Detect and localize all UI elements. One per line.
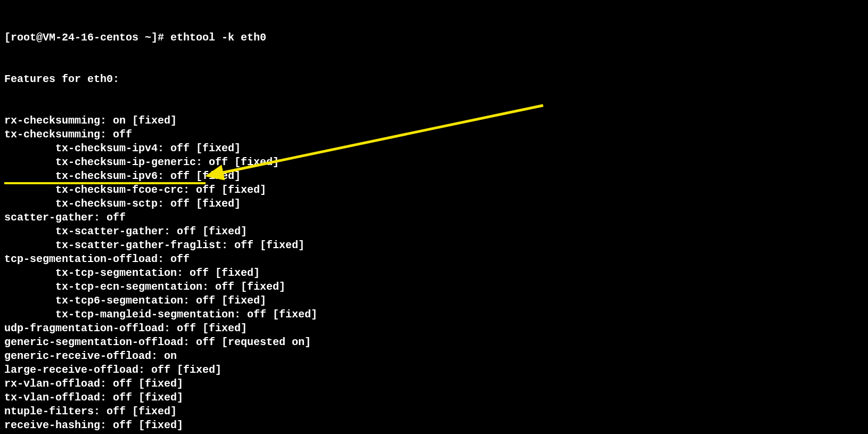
output-line: tx-checksum-ip-generic: off [fixed] <box>4 155 864 169</box>
output-text: udp-fragmentation-offload: off [fixed] <box>4 322 247 334</box>
output-line: receive-hashing: off [fixed] <box>4 419 864 432</box>
output-text: scatter-gather: off <box>4 211 126 224</box>
output-line: large-receive-offload: off [fixed] <box>4 363 864 377</box>
output-line: tx-vlan-offload: off [fixed] <box>4 391 864 405</box>
output-text: tx-checksumming: off <box>4 128 132 141</box>
output-line: rx-vlan-offload: off [fixed] <box>4 377 864 391</box>
output-line: rx-checksumming: on [fixed] <box>4 114 864 128</box>
output-line: tx-tcp-ecn-segmentation: off [fixed] <box>4 280 864 294</box>
prompt-user-host: [root@VM-24-16-centos ~]# <box>4 31 170 44</box>
output-line: tx-scatter-gather: off [fixed] <box>4 225 864 239</box>
output-line: tx-checksum-ipv4: off [fixed] <box>4 142 864 155</box>
output-text: tx-tcp-mangleid-segmentation: off [fixed… <box>55 308 317 321</box>
output-text: tx-scatter-gather-fraglist: off [fixed] <box>55 239 305 251</box>
output-text: generic-receive-offload: on <box>4 350 177 362</box>
output-line: tx-tcp6-segmentation: off [fixed] <box>4 294 864 308</box>
output-text: tx-checksum-ipv4: off [fixed] <box>55 142 241 154</box>
output-line: tx-tcp-mangleid-segmentation: off [fixed… <box>4 308 864 322</box>
output-text: tx-checksum-sctp: off [fixed] <box>55 198 241 210</box>
terminal-output[interactable]: [root@VM-24-16-centos ~]# ethtool -k eth… <box>0 0 868 434</box>
output-text: tx-vlan-offload: off [fixed] <box>4 391 183 404</box>
output-text: tx-tcp-segmentation: off [fixed] <box>55 267 260 279</box>
output-text: tx-tcp-ecn-segmentation: off [fixed] <box>55 281 285 293</box>
output-text: tx-tcp6-segmentation: off [fixed] <box>55 294 266 307</box>
output-line: tx-checksumming: off <box>4 128 864 142</box>
prompt-command: ethtool -k eth0 <box>170 31 266 44</box>
output-line: tcp-segmentation-offload: off <box>4 252 864 266</box>
output-text: ntuple-filters: off [fixed] <box>4 405 177 417</box>
output-text: rx-checksumming: on [fixed] <box>4 114 177 127</box>
output-line: generic-segmentation-offload: off [reque… <box>4 335 864 349</box>
features-header: Features for eth0: <box>4 72 864 86</box>
output-text: tx-checksum-fcoe-crc: off [fixed] <box>55 184 266 196</box>
output-text: generic-segmentation-offload: off [reque… <box>4 336 311 348</box>
output-text: tx-checksum-ip-generic: off [fixed] <box>55 156 279 168</box>
output-line: ntuple-filters: off [fixed] <box>4 405 864 419</box>
output-line: scatter-gather: off <box>4 211 864 225</box>
output-text: tx-checksum-ipv6: off [fixed] <box>55 170 241 182</box>
output-text: rx-vlan-offload: off [fixed] <box>4 378 183 390</box>
output-line: generic-receive-offload: on <box>4 349 864 363</box>
output-text: receive-hashing: off [fixed] <box>4 419 183 431</box>
output-text: tx-scatter-gather: off [fixed] <box>55 225 247 238</box>
output-line: tx-scatter-gather-fraglist: off [fixed] <box>4 239 864 252</box>
output-line: tx-tcp-segmentation: off [fixed] <box>4 266 864 280</box>
prompt-line: [root@VM-24-16-centos ~]# ethtool -k eth… <box>4 31 864 45</box>
output-line: tx-checksum-ipv6: off [fixed] <box>4 169 864 183</box>
output-line: udp-fragmentation-offload: off [fixed] <box>4 322 864 335</box>
output-text: large-receive-offload: off [fixed] <box>4 364 222 376</box>
output-line: tx-checksum-fcoe-crc: off [fixed] <box>4 183 864 197</box>
output-line: tx-checksum-sctp: off [fixed] <box>4 197 864 211</box>
output-text: tcp-segmentation-offload: off <box>4 253 190 265</box>
